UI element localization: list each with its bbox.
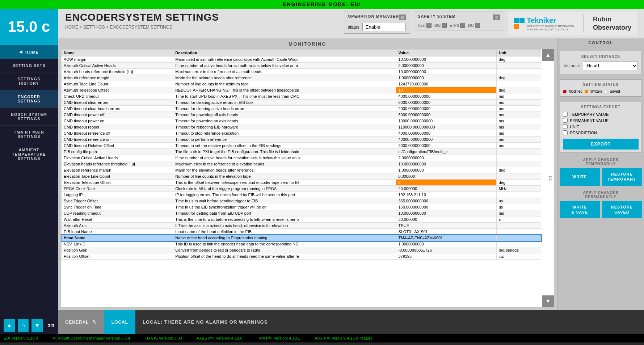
table-row[interactable]: UDP reading timeoutTimeout for getting d…: [62, 210, 541, 216]
cell-name: CMD timeout Relative Offset: [62, 143, 173, 149]
page-title: ENCODERSYSTEM SETTINGS: [65, 12, 344, 23]
table-row[interactable]: Elevation Critical Active HeadsIf the nu…: [62, 155, 541, 161]
table-row[interactable]: CMD timeout clear errorsTimeout for clea…: [62, 100, 541, 106]
description-checkbox[interactable]: [563, 130, 568, 135]
table-row[interactable]: CMD timeout reference offTimeout to stop…: [62, 130, 541, 136]
cell-unit: ms: [496, 100, 541, 106]
cell-value: -0.0000005051726: [396, 247, 496, 253]
sidebar-item-ambient-temperature-settings[interactable]: AMBIENT TEMPERATURESETTINGS: [0, 143, 58, 165]
table-row[interactable]: Head NameName of the head according to E…: [62, 235, 541, 241]
nav-down-button[interactable]: ▼: [31, 319, 43, 332]
cell-unit: deg: [496, 87, 541, 93]
write-button[interactable]: WRITE: [560, 168, 600, 186]
permanent-value-checkbox[interactable]: [563, 118, 568, 123]
export-button[interactable]: EXPORT: [563, 139, 639, 150]
table-row[interactable]: ACW marginMarin used in azimuth referenc…: [62, 56, 541, 63]
table-row[interactable]: Sync Trigger OffsetTime in us to wait be…: [62, 198, 541, 204]
tab-general[interactable]: GENERAL ↖: [58, 310, 104, 334]
restore-temporary-button[interactable]: RESTORETEMPORARY: [602, 168, 642, 186]
table-row[interactable]: EIB Input NameInput name of the head def…: [62, 229, 541, 235]
bottom-tabs: GENERAL ↖ LOCAL LOCAL: THERE ARE NO ALAR…: [58, 310, 644, 334]
cell-name: CMD timeout reference off: [62, 130, 173, 136]
unit-checkbox[interactable]: [563, 124, 568, 129]
scroll-down-button[interactable]: ▼: [542, 295, 554, 307]
table-row[interactable]: Elevation Telescope OffsetThis is the of…: [62, 180, 541, 186]
table-container: Name Description Value Unit ACW marginMa…: [61, 49, 554, 307]
cell-description: The file path in PXI to get the EIB conf…: [173, 149, 396, 155]
table-row[interactable]: Azimuth Telescope OffsetREBOOT AFTER CHA…: [62, 87, 541, 93]
table-row[interactable]: CMD timeout clear heads errorsTimeout fo…: [62, 106, 541, 112]
table-row[interactable]: Check UPD timeoutTime to start UPD loop …: [62, 93, 541, 100]
table-row[interactable]: Elevation Tape Line CountNumber of line …: [62, 173, 541, 180]
cell-description: Timeout for powering off axis heads: [173, 112, 396, 118]
cell-value: 2000.0000000000: [396, 106, 496, 112]
table-row[interactable]: Sync Trigger on TimeTime in us the EIB s…: [62, 204, 541, 210]
local-tab-label: LOCAL: [111, 320, 128, 325]
table-row[interactable]: EIB config file pathThe file path in PXI…: [62, 149, 541, 155]
cell-value: 379195: [396, 253, 496, 260]
temporary-value-checkbox[interactable]: [563, 112, 568, 117]
local-led: [426, 23, 432, 28]
cell-description: This is the offset between telescope zer…: [173, 180, 396, 186]
table-row[interactable]: Elevation reference marginMarin for the …: [62, 167, 541, 173]
sidebar-item-setting-sets[interactable]: SETTING SETS: [0, 59, 58, 72]
table-row[interactable]: CMD timeout Relative OffsetTimeout to se…: [62, 143, 541, 149]
cell-unit: MHz: [496, 186, 541, 192]
table-row[interactable]: CMD timeout power onTimeout for powering…: [62, 118, 541, 124]
sidebar-item-settings-history[interactable]: SETTINGSHISTORY: [0, 72, 58, 90]
cell-description: Number of line counts in the elevation t…: [173, 173, 396, 180]
table-row[interactable]: Azimuth Tape Line CountNumber of line co…: [62, 81, 541, 87]
table-row[interactable]: Azimuth heads reference threshold [l.u]M…: [62, 69, 541, 75]
cell-unit: deg: [496, 56, 541, 63]
select-instance-label: SELECT INSTANCE: [564, 55, 638, 59]
safety-indicators: local GIS ETPS MD: [418, 23, 500, 28]
nav-home-button[interactable]: ⌂: [18, 319, 29, 332]
sidebar-item-home[interactable]: ◀ HOME: [0, 45, 58, 59]
cell-value: 1243770.000000: [396, 81, 496, 87]
table-row[interactable]: Logging IPIP for logging errors. The err…: [62, 192, 541, 198]
cell-unit: deg: [496, 167, 541, 173]
settings-table: Name Description Value Unit ACW marginMa…: [61, 49, 541, 260]
cell-description: Timeout for rebooting EIB hardware: [173, 124, 396, 130]
col-unit: Unit: [496, 50, 541, 56]
table-row[interactable]: Azimuth AxisIf True the axis is a azimut…: [62, 223, 541, 229]
table-row[interactable]: Azimuth Critical Active HeadsIf the numb…: [62, 63, 541, 69]
write-save-button[interactable]: WRITE& SAVE: [560, 201, 600, 219]
safety-system-minimize[interactable]: ⊡: [493, 14, 500, 20]
cell-description: If True the axis is a azimuth axis head,…: [173, 223, 396, 229]
logo-area: Tekniker MEMBER OF BASQUE RESEARCHAND TE…: [508, 12, 637, 35]
cell-description: Maximum error in the reference of elevat…: [173, 161, 396, 167]
restore-saved-button[interactable]: RESTORESAVED: [602, 201, 642, 219]
scroll-up-button[interactable]: ▲: [542, 49, 554, 61]
cell-name: CMD timeout power off: [62, 112, 173, 118]
table-row[interactable]: NSV_LinkIDThis ID is used to link the en…: [62, 241, 541, 247]
cell-unit: ms: [496, 136, 541, 143]
instance-select[interactable]: Head1 Head2 Head3: [583, 62, 638, 70]
table-row[interactable]: CMD timeout reference onTimeout to perfo…: [62, 136, 541, 143]
cell-value: 1.0000000000: [396, 167, 496, 173]
cell-description: Maximum error in the reference of azimut…: [173, 69, 396, 75]
cell-description: This ID is used to link the encoder head…: [173, 241, 396, 247]
table-row[interactable]: Wait after ResetThis is the time to wait…: [62, 216, 541, 223]
tab-local[interactable]: LOCAL: [104, 310, 135, 334]
table-row[interactable]: Position GainConvert from periods to rad…: [62, 247, 541, 253]
col-description: Description: [173, 50, 396, 56]
table-row[interactable]: FPGA Clock RateClock rate in MHz of the …: [62, 186, 541, 192]
sidebar-item-encoder-settings[interactable]: ENCODERSETTINGS: [0, 90, 58, 108]
operation-manager-minimize[interactable]: ⊡: [399, 14, 406, 20]
description-row: DESCRIPTION: [563, 130, 639, 135]
apply-permanently-label: APPLY CHANGESPERMANENTLY: [560, 191, 642, 199]
cell-description: Timeout for powering on axis heads: [173, 118, 396, 124]
table-row[interactable]: Azimuth reference marginMarin for the az…: [62, 75, 541, 81]
sidebar-item-tma-rt-main-settings[interactable]: TMA RT MAINSETTINGS: [0, 125, 58, 143]
sidebar-item-bosch-system-settings[interactable]: BOSCH SYSTEMSETTINGS: [0, 108, 58, 125]
cell-description: Marin used in azimuth reference calculat…: [173, 56, 396, 63]
table-row[interactable]: Position OffsetPosition offset of the he…: [62, 253, 541, 260]
table-row[interactable]: Elevation heads reference threshold [l.u…: [62, 161, 541, 167]
table-row[interactable]: CMD timeout power offTimeout for powerin…: [62, 112, 541, 118]
operation-manager-status[interactable]: [362, 23, 406, 31]
nav-up-button[interactable]: ▲: [4, 319, 15, 332]
tekniker-icon: [514, 18, 525, 29]
table-row[interactable]: CMD timeout rebootTimeout for rebooting …: [62, 124, 541, 130]
cell-unit: [496, 149, 541, 155]
